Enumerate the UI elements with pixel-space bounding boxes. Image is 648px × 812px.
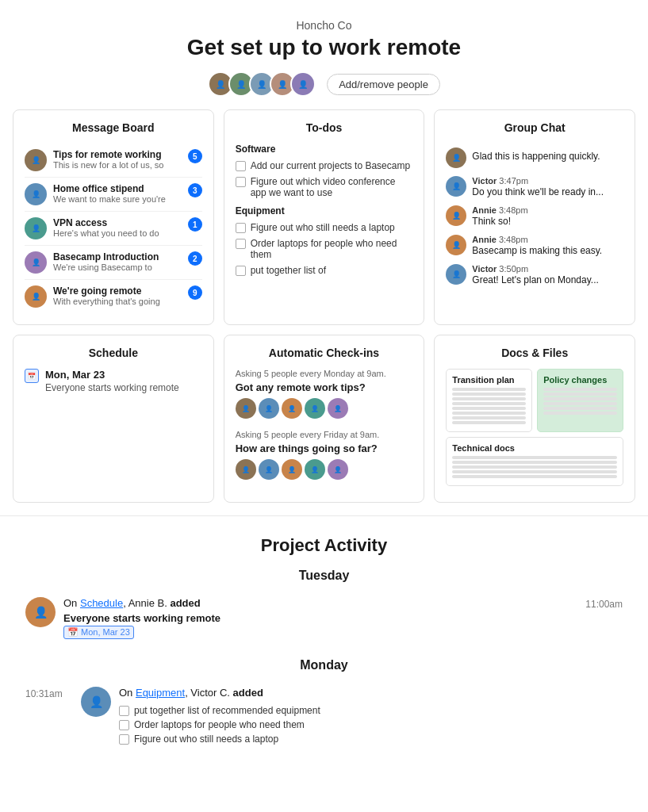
todo-checkbox[interactable] [236,177,246,187]
todo-checkbox[interactable] [236,223,246,233]
message-board-item[interactable]: 👤 Basecamp Introduction We're using Base… [25,246,202,280]
todo-checkbox[interactable] [119,706,129,716]
activity-days: Tuesday 👤 On Schedule, Annie B. added Ev… [13,569,635,753]
activity-link[interactable]: Schedule [80,597,123,609]
docs-title: Docs & Files [446,347,623,359]
avatar: 👤 [259,459,279,480]
msg-sub: This is new for a lot of us, so [53,160,182,170]
avatar: 👤 [259,398,279,419]
schedule-desc: Everyone starts working remote [45,382,179,393]
activity-time: 10:31am [25,687,73,699]
chat-body: Annie 3:48pm Think so! [472,205,623,227]
activity-day-header: Monday [13,658,635,672]
schedule-badge: 📅 Mon, Mar 23 [63,626,134,639]
doc-line [452,407,526,410]
chat-meta: Victor 3:47pm [472,176,623,186]
message-board-item[interactable]: 👤 We're going remote With everything tha… [25,280,202,313]
msg-badge: 3 [188,183,202,197]
activity-time: 11:00am [575,597,623,610]
doc-line [452,470,617,473]
todo-checkbox[interactable] [119,734,129,745]
todo-text: Figure out who still needs a laptop [251,222,395,233]
schedule-event-details: Mon, Mar 23 Everyone starts working remo… [45,369,179,393]
checkin-asking: Asking 5 people every Monday at 9am. [236,369,413,378]
checkin-question: How are things going so far? [236,442,413,454]
checkin-item: Asking 5 people every Friday at 9am. How… [236,430,413,480]
chat-text: Basecamp is making this easy. [472,245,623,256]
avatar: 👤 [305,459,325,480]
msg-sub: We're using Basecamp to [53,262,182,272]
activity-desc: On Schedule, Annie B. added [63,597,562,609]
msg-title: VPN access [53,217,182,228]
activity-todo-item: put together list of recommended equipme… [119,703,623,718]
doc-file-card[interactable]: Technical docs [446,437,623,486]
schedule-card: Schedule 📅 Mon, Mar 23 Everyone starts w… [13,335,214,503]
avatar: 👤 [25,285,47,308]
activity-item-title: Everyone starts working remote [63,612,220,624]
todo-text: Figure out which video conference app we… [251,176,413,198]
todo-checkbox[interactable] [236,266,246,276]
activity-todo-item: Figure out who still needs a laptop [119,732,623,746]
doc-line [452,461,617,464]
message-board-item[interactable]: 👤 Tips for remote working This is new fo… [25,144,202,178]
message-board-item[interactable]: 👤 Home office stipend We want to make su… [25,178,202,212]
doc-title: Transition plan [452,375,526,385]
chat-text: Great! Let's plan on Monday... [472,274,623,285]
add-remove-people-button[interactable]: Add/remove people [327,74,440,95]
docs-card: Docs & Files Transition planPolicy chang… [434,335,635,503]
activity-title: Project Activity [13,535,635,556]
todo-checkbox[interactable] [236,161,246,171]
doc-file-card[interactable]: Policy changes [537,369,623,432]
schedule-date: Mon, Mar 23 [45,369,179,381]
todo-checkbox[interactable] [236,239,246,249]
message-board-item[interactable]: 👤 VPN access Here's what you need to do … [25,212,202,246]
msg-badge: 1 [188,217,202,232]
doc-file-card[interactable]: Transition plan [446,369,532,432]
doc-line [452,416,526,419]
doc-line [543,402,617,405]
activity-row: 👤 On Schedule, Annie B. added Everyone s… [13,591,635,645]
todo-section-label: Software [236,144,413,155]
msg-content: Home office stipend We want to make sure… [53,183,182,204]
todo-item: Figure out which video conference app we… [236,174,413,201]
avatar: 👤 [236,398,256,419]
page-title: Get set up to work remote [16,35,632,60]
msg-content: Basecamp Introduction We're using Baseca… [53,251,182,272]
todo-text: Add our current projects to Basecamp [251,160,410,171]
doc-title: Policy changes [543,375,617,385]
chat-message: 👤 Annie 3:48pm Basecamp is making this e… [446,231,623,260]
doc-line [543,388,617,391]
calendar-icon: 📅 [25,369,39,383]
msg-sub: With everything that's going [53,297,182,306]
avatar-group: 👤 👤 👤 👤 👤 [208,71,316,97]
avatar: 👤 [328,398,348,419]
chat-meta: Victor 3:50pm [472,264,623,274]
msg-title: Basecamp Introduction [53,251,182,262]
doc-line [543,397,617,400]
activity-todos: put together list of recommended equipme… [119,703,623,746]
activity-row: 10:31am 👤 On Equipment, Victor C. added … [13,680,635,753]
activity-content: On Equipment, Victor C. added put togeth… [119,687,623,746]
chat-text: Glad this is happening quickly. [472,147,600,165]
checkin-asking: Asking 5 people every Friday at 9am. [236,430,413,439]
activity-content: On Schedule, Annie B. added Everyone sta… [63,597,562,639]
chat-text: Think so! [472,216,623,227]
msg-content: We're going remote With everything that'… [53,285,182,306]
activity-left: 10:31am 👤 On Equipment, Victor C. added … [25,687,623,746]
doc-title: Technical docs [452,443,617,453]
msg-content: Tips for remote working This is new for … [53,149,182,170]
chat-meta: Annie 3:48pm [472,205,623,215]
chat-message: 👤 Victor 3:47pm Do you think we'll be re… [446,172,623,201]
todo-checkbox[interactable] [119,720,129,730]
activity-link[interactable]: Equipment [136,687,185,699]
avatar: 👤 [328,459,348,480]
checkin-avatars: 👤👤👤👤👤 [236,459,413,480]
main-grid: Message Board 👤 Tips for remote working … [0,109,648,515]
checkin-question: Got any remote work tips? [236,381,413,393]
avatar: 👤 [446,147,466,168]
todos-title: To-dos [236,121,413,134]
avatar: 👤 [446,176,466,197]
activity-day-header: Tuesday [13,569,635,583]
chat-body: Victor 3:47pm Do you think we'll be read… [472,176,623,197]
chat-message: 👤 Glad this is happening quickly. [446,144,623,172]
